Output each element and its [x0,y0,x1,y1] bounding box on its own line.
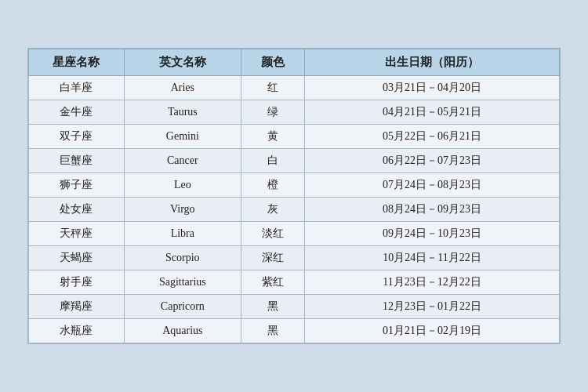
cell-color: 黄 [241,125,304,149]
header-color: 颜色 [241,49,304,76]
cell-english: Virgo [124,198,241,222]
table-row: 处女座Virgo灰08月24日－09月23日 [29,198,560,222]
cell-color: 红 [241,76,304,100]
zodiac-table: 星座名称 英文名称 颜色 出生日期（阳历） 白羊座Aries红03月21日－04… [28,49,560,343]
cell-chinese: 金牛座 [29,100,125,125]
table-row: 白羊座Aries红03月21日－04月20日 [29,76,560,100]
cell-english: Capricorn [124,295,241,319]
cell-color: 白 [241,149,304,173]
cell-date: 03月21日－04月20日 [305,76,560,100]
cell-date: 09月24日－10月23日 [305,222,560,246]
cell-english: Libra [124,222,241,246]
cell-date: 04月21日－05月21日 [305,100,560,125]
cell-chinese: 天秤座 [29,222,125,246]
cell-color: 黑 [241,319,304,343]
cell-date: 07月24日－08月23日 [305,173,560,198]
cell-date: 08月24日－09月23日 [305,198,560,222]
cell-chinese: 射手座 [29,270,125,295]
table-row: 巨蟹座Cancer白06月22日－07月23日 [29,149,560,173]
cell-date: 10月24日－11月22日 [305,246,560,270]
header-chinese: 星座名称 [29,49,125,76]
cell-date: 11月23日－12月22日 [305,270,560,295]
table-header-row: 星座名称 英文名称 颜色 出生日期（阳历） [29,49,560,76]
table-row: 双子座Gemini黄05月22日－06月21日 [29,125,560,149]
cell-english: Aries [124,76,241,100]
cell-chinese: 白羊座 [29,76,125,100]
cell-color: 深红 [241,246,304,270]
cell-color: 黑 [241,295,304,319]
cell-chinese: 天蝎座 [29,246,125,270]
cell-color: 淡红 [241,222,304,246]
cell-date: 12月23日－01月22日 [305,295,560,319]
cell-color: 绿 [241,100,304,125]
cell-color: 橙 [241,173,304,198]
cell-chinese: 双子座 [29,125,125,149]
cell-color: 紫红 [241,270,304,295]
table-row: 射手座Sagittarius紫红11月23日－12月22日 [29,270,560,295]
cell-chinese: 摩羯座 [29,295,125,319]
cell-chinese: 水瓶座 [29,319,125,343]
header-date: 出生日期（阳历） [305,49,560,76]
cell-chinese: 处女座 [29,198,125,222]
cell-date: 05月22日－06月21日 [305,125,560,149]
table-row: 天秤座Libra淡红09月24日－10月23日 [29,222,560,246]
cell-english: Aquarius [124,319,241,343]
table-row: 金牛座Taurus绿04月21日－05月21日 [29,100,560,125]
cell-english: Leo [124,173,241,198]
header-english: 英文名称 [124,49,241,76]
table-row: 狮子座Leo橙07月24日－08月23日 [29,173,560,198]
cell-english: Taurus [124,100,241,125]
zodiac-table-container: 星座名称 英文名称 颜色 出生日期（阳历） 白羊座Aries红03月21日－04… [27,48,561,344]
cell-color: 灰 [241,198,304,222]
cell-english: Cancer [124,149,241,173]
cell-chinese: 狮子座 [29,173,125,198]
cell-date: 01月21日－02月19日 [305,319,560,343]
cell-english: Sagittarius [124,270,241,295]
cell-chinese: 巨蟹座 [29,149,125,173]
table-row: 摩羯座Capricorn黑12月23日－01月22日 [29,295,560,319]
table-row: 天蝎座Scorpio深红10月24日－11月22日 [29,246,560,270]
cell-date: 06月22日－07月23日 [305,149,560,173]
table-row: 水瓶座Aquarius黑01月21日－02月19日 [29,319,560,343]
cell-english: Gemini [124,125,241,149]
cell-english: Scorpio [124,246,241,270]
